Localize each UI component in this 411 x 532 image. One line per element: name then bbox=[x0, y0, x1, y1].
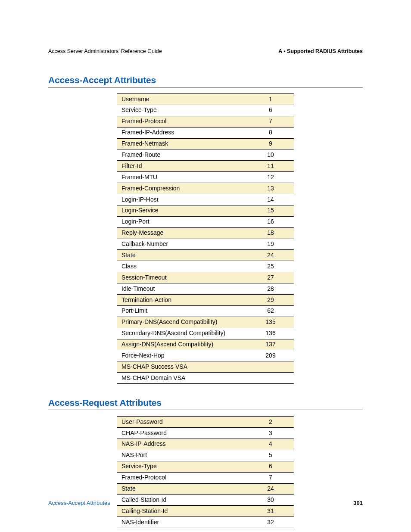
attribute-number: 24 bbox=[247, 483, 294, 495]
attribute-number: 31 bbox=[247, 506, 294, 517]
attribute-number: 28 bbox=[247, 283, 294, 295]
section-access-accept: Access-Accept Attributes Username1Servic… bbox=[48, 75, 363, 384]
attribute-number: 8 bbox=[247, 127, 294, 138]
attribute-name: Framed-Route bbox=[117, 149, 247, 161]
attribute-number: 7 bbox=[247, 116, 294, 127]
attribute-name: Framed-Netmask bbox=[117, 138, 247, 149]
attribute-name: Framed-Protocol bbox=[117, 116, 247, 127]
table-row: Primary-DNS(Ascend Compatibility)135 bbox=[117, 317, 294, 328]
table-row: Service-Type6 bbox=[117, 105, 294, 116]
attribute-number: 1 bbox=[247, 94, 294, 105]
attribute-name: Service-Type bbox=[117, 461, 247, 472]
table-row: Class25 bbox=[117, 261, 294, 272]
header-left: Access Server Administrators' Reference … bbox=[48, 48, 162, 54]
attribute-number: 14 bbox=[247, 194, 294, 205]
attribute-name: Termination-Action bbox=[117, 295, 247, 306]
attribute-name: Framed-Protocol bbox=[117, 472, 247, 483]
attribute-name: Framed-IP-Address bbox=[117, 127, 247, 138]
table-row: NAS-IP-Address4 bbox=[117, 439, 294, 450]
attribute-number: 4 bbox=[247, 439, 294, 450]
attribute-number: 18 bbox=[247, 227, 294, 239]
attribute-name: User-Password bbox=[117, 417, 247, 428]
table-row: Framed-IP-Address8 bbox=[117, 127, 294, 138]
attribute-number: 32 bbox=[247, 517, 294, 528]
table-row: NAS-Identifier32 bbox=[117, 517, 294, 528]
table-row: Framed-MTU12 bbox=[117, 172, 294, 183]
attribute-name: Framed-MTU bbox=[117, 172, 247, 183]
table-row: Login-Service15 bbox=[117, 205, 294, 216]
attribute-number: 137 bbox=[247, 339, 294, 350]
table-row: Port-Limit62 bbox=[117, 305, 294, 317]
table-row: Session-Timeout27 bbox=[117, 272, 294, 283]
attribute-name: Session-Timeout bbox=[117, 272, 247, 283]
attribute-name: Assign-DNS(Ascend Compatiblity) bbox=[117, 339, 247, 350]
attribute-name: NAS-IP-Address bbox=[117, 439, 247, 450]
attribute-number: 6 bbox=[247, 105, 294, 116]
attribute-number: 29 bbox=[247, 295, 294, 306]
attribute-number: 136 bbox=[247, 328, 294, 339]
attribute-name: MS-CHAP Success VSA bbox=[117, 361, 247, 373]
page: Access Server Administrators' Reference … bbox=[0, 0, 411, 532]
table-row: Secondary-DNS(Ascend Compatibility)136 bbox=[117, 328, 294, 339]
attribute-number: 209 bbox=[247, 350, 294, 361]
attribute-number: 13 bbox=[247, 183, 294, 194]
divider bbox=[48, 410, 363, 410]
table-row: MS-CHAP Success VSA bbox=[117, 361, 294, 373]
page-header: Access Server Administrators' Reference … bbox=[48, 48, 363, 54]
table-row: User-Password2 bbox=[117, 417, 294, 428]
divider bbox=[48, 87, 363, 87]
attribute-number: 19 bbox=[247, 239, 294, 250]
attribute-name: Port-Limit bbox=[117, 305, 247, 317]
table-row: Filter-Id11 bbox=[117, 161, 294, 172]
table-row: Callback-Number19 bbox=[117, 239, 294, 250]
attribute-number: 3 bbox=[247, 428, 294, 439]
attribute-name: Username bbox=[117, 94, 247, 105]
attribute-number: 12 bbox=[247, 172, 294, 183]
table-row: Assign-DNS(Ascend Compatiblity)137 bbox=[117, 339, 294, 350]
table-row: Force-Next-Hop209 bbox=[117, 350, 294, 361]
page-number: 301 bbox=[353, 500, 363, 506]
table-row: Idle-Timeout28 bbox=[117, 283, 294, 295]
attribute-name: Framed-Compression bbox=[117, 183, 247, 194]
table-row: Framed-Protocol7 bbox=[117, 116, 294, 127]
header-right: A • Supported RADIUS Attributes bbox=[278, 48, 363, 54]
attribute-number bbox=[247, 373, 294, 384]
attribute-name: NAS-Identifier bbox=[117, 517, 247, 528]
attribute-number: 15 bbox=[247, 205, 294, 216]
table-row: Framed-Netmask9 bbox=[117, 138, 294, 149]
attribute-name: Calling-Station-Id bbox=[117, 506, 247, 517]
attribute-number: 10 bbox=[247, 149, 294, 161]
attribute-number: 6 bbox=[247, 461, 294, 472]
table-access-accept: Username1Service-Type6Framed-Protocol7Fr… bbox=[117, 93, 294, 384]
page-footer: Access-Accept Attributes 301 bbox=[48, 500, 363, 506]
attribute-name: NAS-Port bbox=[117, 450, 247, 461]
attribute-name: State bbox=[117, 483, 247, 495]
section-title-request: Access-Request Attributes bbox=[48, 398, 363, 408]
attribute-name: Callback-Number bbox=[117, 239, 247, 250]
table-row: MS-CHAP Domain VSA bbox=[117, 373, 294, 384]
attribute-number: 135 bbox=[247, 317, 294, 328]
attribute-number: 11 bbox=[247, 161, 294, 172]
attribute-name: Login-IP-Host bbox=[117, 194, 247, 205]
table-row: Framed-Protocol7 bbox=[117, 472, 294, 483]
attribute-number: 9 bbox=[247, 138, 294, 149]
attribute-name: Primary-DNS(Ascend Compatibility) bbox=[117, 317, 247, 328]
table-access-request: User-Password2CHAP-Password3NAS-IP-Addre… bbox=[117, 416, 294, 528]
attribute-name: Login-Service bbox=[117, 205, 247, 216]
attribute-number: 27 bbox=[247, 272, 294, 283]
attribute-name: Service-Type bbox=[117, 105, 247, 116]
attribute-number bbox=[247, 361, 294, 373]
attribute-name: Reply-Message bbox=[117, 227, 247, 239]
table-row: NAS-Port5 bbox=[117, 450, 294, 461]
table-row: CHAP-Password3 bbox=[117, 428, 294, 439]
section-access-request: Access-Request Attributes User-Password2… bbox=[48, 398, 363, 528]
attribute-name: Filter-Id bbox=[117, 161, 247, 172]
attribute-name: Idle-Timeout bbox=[117, 283, 247, 295]
attribute-name: Secondary-DNS(Ascend Compatibility) bbox=[117, 328, 247, 339]
attribute-name: Class bbox=[117, 261, 247, 272]
table-row: Termination-Action29 bbox=[117, 295, 294, 306]
attribute-name: Force-Next-Hop bbox=[117, 350, 247, 361]
attribute-number: 25 bbox=[247, 261, 294, 272]
attribute-number: 5 bbox=[247, 450, 294, 461]
table-row: Framed-Compression13 bbox=[117, 183, 294, 194]
